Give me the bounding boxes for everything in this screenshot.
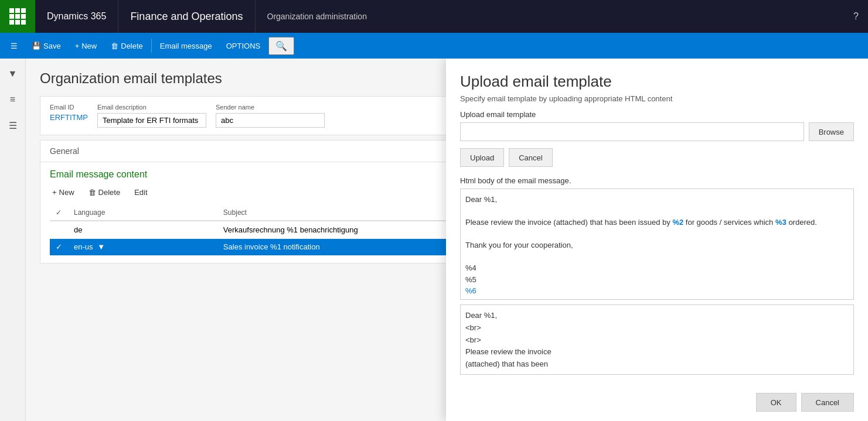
main-layout: ▼ ≡ ☰ Organization email templates Email… bbox=[0, 59, 868, 421]
search-icon: 🔍 bbox=[275, 40, 287, 52]
ok-button[interactable]: OK bbox=[756, 393, 796, 412]
email-message-button[interactable]: Email message bbox=[154, 35, 218, 56]
sub-delete-icon: 🗑 bbox=[88, 188, 96, 197]
upload-row: Browse bbox=[460, 122, 854, 141]
email-desc-field: Email description bbox=[97, 104, 206, 128]
sub-new-button[interactable]: + New bbox=[50, 187, 77, 198]
email-desc-input[interactable] bbox=[97, 113, 206, 128]
top-navigation: Dynamics 365 Finance and Operations Orga… bbox=[0, 0, 868, 33]
help-button[interactable]: ? bbox=[844, 0, 868, 33]
sender-name-input[interactable] bbox=[216, 113, 325, 128]
dialog-footer: OK Cancel bbox=[460, 393, 854, 412]
email-id-label: Email ID bbox=[50, 104, 88, 111]
sender-name-label: Sender name bbox=[216, 104, 325, 111]
upload-dialog: Upload email template Specify email temp… bbox=[446, 59, 868, 421]
toolbar: ☰ 💾 Save + New 🗑 Delete Email message OP… bbox=[0, 33, 868, 59]
separator bbox=[151, 39, 152, 53]
left-sidebar: ▼ ≡ ☰ bbox=[0, 59, 26, 421]
content-area: Organization email templates Email ID ER… bbox=[26, 59, 868, 421]
waffle-menu[interactable] bbox=[0, 0, 35, 33]
browse-button[interactable]: Browse bbox=[809, 122, 854, 141]
app-label[interactable]: Finance and Operations bbox=[118, 0, 255, 33]
brand-label[interactable]: Dynamics 365 bbox=[35, 0, 118, 33]
hamburger-icon: ☰ bbox=[11, 42, 18, 50]
email-id-field: Email ID ERFTITMP bbox=[50, 104, 88, 128]
sidebar-list-icon[interactable]: ☰ bbox=[2, 115, 23, 136]
save-button[interactable]: 💾 Save bbox=[26, 35, 67, 56]
sub-edit-button[interactable]: Edit bbox=[132, 187, 149, 198]
action-row: Upload Cancel bbox=[460, 148, 854, 167]
row-check-selected: ✓ bbox=[50, 239, 68, 256]
cancel-upload-button[interactable]: Cancel bbox=[509, 148, 552, 167]
html-body-textarea[interactable]: Dear %1,Please review the invoice (attac… bbox=[460, 189, 854, 300]
waffle-icon bbox=[9, 8, 26, 25]
delete-icon: 🗑 bbox=[111, 42, 118, 50]
sub-delete-button[interactable]: 🗑 Delete bbox=[86, 187, 123, 198]
hamburger-menu-button[interactable]: ☰ bbox=[5, 35, 23, 56]
preview-box[interactable]: Dear %1,<br><br>Please review the invoic… bbox=[460, 304, 854, 375]
options-button[interactable]: OPTIONS bbox=[220, 35, 267, 56]
save-icon: 💾 bbox=[32, 42, 41, 50]
upload-button[interactable]: Upload bbox=[460, 148, 504, 167]
delete-button[interactable]: 🗑 Delete bbox=[105, 35, 149, 56]
new-button[interactable]: + New bbox=[69, 35, 103, 56]
row-check bbox=[50, 221, 68, 239]
email-id-value: ERFTITMP bbox=[50, 113, 88, 122]
dialog-subtitle: Specify email template by uploading appr… bbox=[460, 94, 854, 103]
dropdown-arrow-icon: ▼ bbox=[97, 242, 105, 251]
dialog-title: Upload email template bbox=[460, 73, 854, 91]
general-section-label: General bbox=[50, 146, 79, 156]
row-language-selected: en-us ▼ bbox=[68, 239, 217, 256]
search-button[interactable]: 🔍 bbox=[268, 37, 294, 55]
sidebar-menu-icon[interactable]: ≡ bbox=[2, 89, 23, 110]
module-label: Organization administration bbox=[256, 0, 379, 33]
email-desc-label: Email description bbox=[97, 104, 206, 111]
sub-plus-icon: + bbox=[52, 188, 57, 197]
col-language: Language bbox=[68, 205, 217, 221]
upload-file-input[interactable] bbox=[460, 122, 804, 141]
plus-icon: + bbox=[75, 42, 80, 50]
html-body-label: Html body of the email message. bbox=[460, 176, 854, 185]
col-check: ✓ bbox=[50, 205, 68, 221]
upload-label: Upload email template bbox=[460, 110, 854, 119]
sender-name-field: Sender name bbox=[216, 104, 325, 128]
row-language: de bbox=[68, 221, 217, 239]
sidebar-filter-icon[interactable]: ▼ bbox=[2, 63, 23, 84]
cancel-button[interactable]: Cancel bbox=[801, 393, 854, 412]
